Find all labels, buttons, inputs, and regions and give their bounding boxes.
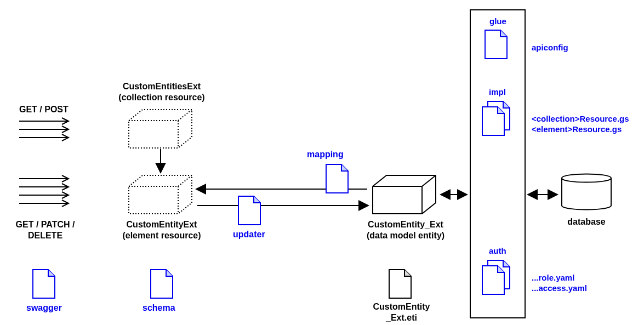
database-cylinder-icon bbox=[562, 174, 611, 210]
data-model-entity-box bbox=[373, 175, 436, 214]
swagger-label: swagger bbox=[26, 303, 62, 313]
auth-files-icon bbox=[482, 260, 510, 294]
auth-files-label: ...role.yaml ...access.yaml bbox=[532, 273, 587, 294]
schema-file-icon bbox=[151, 270, 173, 298]
get-patch-delete-label: GET / PATCH / DELETE bbox=[14, 219, 77, 241]
swagger-file-icon bbox=[33, 270, 55, 298]
mapping-label: mapping bbox=[307, 149, 344, 160]
get-post-arrows bbox=[19, 118, 69, 141]
get-patch-delete-arrows bbox=[19, 175, 69, 207]
apiconfig-label: apiconfig bbox=[532, 43, 568, 53]
schema-label: schema bbox=[143, 303, 175, 313]
updater-label: updater bbox=[233, 229, 265, 240]
get-post-label: GET / POST bbox=[19, 104, 69, 115]
glue-label: glue bbox=[489, 16, 506, 27]
updater-file-icon bbox=[238, 196, 260, 225]
collection-resource-box bbox=[129, 110, 192, 148]
impl-files-icon bbox=[482, 101, 510, 135]
auth-label: auth bbox=[489, 246, 506, 256]
data-model-entity-label: CustomEntity_Ext (data model entity) bbox=[356, 219, 455, 241]
element-resource-label: CustomEntityExt (element resource) bbox=[107, 219, 216, 241]
impl-label: impl bbox=[489, 87, 506, 98]
element-resource-box bbox=[129, 175, 192, 214]
database-label: database bbox=[562, 216, 611, 227]
entity-eti-label: CustomEntity _Ext.eti bbox=[367, 301, 436, 323]
mapping-file-icon bbox=[326, 164, 348, 193]
glue-file-icon bbox=[485, 30, 507, 59]
impl-files-label: <collection>Resource.gs <element>Resourc… bbox=[532, 114, 629, 135]
entity-eti-file-icon bbox=[389, 270, 411, 298]
collection-resource-label: CustomEntitiesExt (collection resource) bbox=[107, 81, 216, 103]
